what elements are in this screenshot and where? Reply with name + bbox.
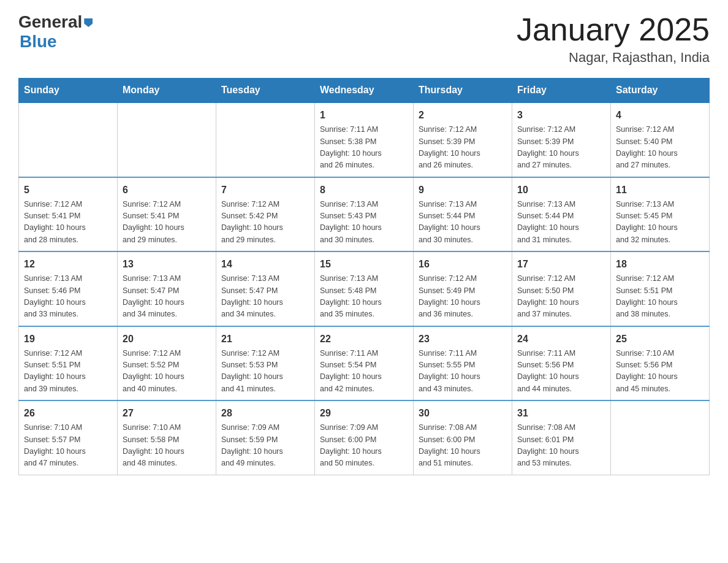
calendar-cell (216, 102, 315, 177)
day-number: 30 (419, 406, 507, 421)
calendar-cell: 26Sunrise: 7:10 AM Sunset: 5:57 PM Dayli… (19, 400, 118, 475)
calendar-cell: 9Sunrise: 7:13 AM Sunset: 5:44 PM Daylig… (414, 177, 512, 252)
calendar-table: SundayMondayTuesdayWednesdayThursdayFrid… (18, 78, 710, 475)
day-number: 18 (616, 257, 704, 272)
day-number: 12 (24, 257, 112, 272)
col-header-thursday: Thursday (414, 79, 512, 103)
day-info: Sunrise: 7:11 AM Sunset: 5:38 PM Dayligh… (320, 124, 408, 172)
calendar-week-row: 1Sunrise: 7:11 AM Sunset: 5:38 PM Daylig… (19, 102, 710, 177)
calendar-cell: 18Sunrise: 7:12 AM Sunset: 5:51 PM Dayli… (611, 251, 710, 326)
day-info: Sunrise: 7:12 AM Sunset: 5:49 PM Dayligh… (419, 273, 507, 321)
day-number: 29 (320, 406, 408, 421)
day-info: Sunrise: 7:09 AM Sunset: 6:00 PM Dayligh… (320, 422, 408, 470)
day-info: Sunrise: 7:12 AM Sunset: 5:42 PM Dayligh… (221, 199, 309, 247)
day-info: Sunrise: 7:13 AM Sunset: 5:44 PM Dayligh… (517, 199, 605, 247)
day-number: 26 (24, 406, 112, 421)
calendar-cell: 15Sunrise: 7:13 AM Sunset: 5:48 PM Dayli… (315, 251, 414, 326)
col-header-sunday: Sunday (19, 79, 118, 103)
day-number: 19 (24, 332, 112, 347)
col-header-wednesday: Wednesday (315, 79, 414, 103)
calendar-cell: 17Sunrise: 7:12 AM Sunset: 5:50 PM Dayli… (512, 251, 611, 326)
calendar-cell: 13Sunrise: 7:13 AM Sunset: 5:47 PM Dayli… (118, 251, 216, 326)
calendar-cell: 5Sunrise: 7:12 AM Sunset: 5:41 PM Daylig… (19, 177, 118, 252)
day-number: 15 (320, 257, 408, 272)
day-number: 8 (320, 183, 408, 197)
day-info: Sunrise: 7:10 AM Sunset: 5:57 PM Dayligh… (24, 422, 112, 470)
title-section: January 2025 Nagar, Rajasthan, India (517, 12, 710, 66)
day-number: 9 (419, 183, 507, 197)
day-number: 22 (320, 332, 408, 347)
day-number: 28 (221, 406, 309, 421)
day-info: Sunrise: 7:12 AM Sunset: 5:41 PM Dayligh… (123, 199, 211, 247)
calendar-week-row: 5Sunrise: 7:12 AM Sunset: 5:41 PM Daylig… (19, 177, 710, 252)
calendar-cell: 16Sunrise: 7:12 AM Sunset: 5:49 PM Dayli… (414, 251, 512, 326)
calendar-week-row: 26Sunrise: 7:10 AM Sunset: 5:57 PM Dayli… (19, 400, 710, 475)
calendar-cell: 4Sunrise: 7:12 AM Sunset: 5:40 PM Daylig… (611, 102, 710, 177)
calendar-cell: 25Sunrise: 7:10 AM Sunset: 5:56 PM Dayli… (611, 326, 710, 401)
calendar-cell: 19Sunrise: 7:12 AM Sunset: 5:51 PM Dayli… (19, 326, 118, 401)
calendar-cell: 30Sunrise: 7:08 AM Sunset: 6:00 PM Dayli… (414, 400, 512, 475)
day-info: Sunrise: 7:10 AM Sunset: 5:58 PM Dayligh… (123, 422, 211, 470)
calendar-week-row: 12Sunrise: 7:13 AM Sunset: 5:46 PM Dayli… (19, 251, 710, 326)
day-info: Sunrise: 7:13 AM Sunset: 5:47 PM Dayligh… (123, 273, 211, 321)
day-number: 5 (24, 183, 112, 197)
calendar-cell (611, 400, 710, 475)
calendar-cell: 12Sunrise: 7:13 AM Sunset: 5:46 PM Dayli… (19, 251, 118, 326)
day-info: Sunrise: 7:09 AM Sunset: 5:59 PM Dayligh… (221, 422, 309, 470)
calendar-cell: 31Sunrise: 7:08 AM Sunset: 6:01 PM Dayli… (512, 400, 611, 475)
day-number: 23 (419, 332, 507, 347)
page-header: General Blue January 2025 Nagar, Rajasth… (18, 12, 710, 66)
day-info: Sunrise: 7:12 AM Sunset: 5:53 PM Dayligh… (221, 348, 309, 396)
day-number: 25 (616, 332, 704, 347)
calendar-cell: 6Sunrise: 7:12 AM Sunset: 5:41 PM Daylig… (118, 177, 216, 252)
day-info: Sunrise: 7:11 AM Sunset: 5:54 PM Dayligh… (320, 348, 408, 396)
col-header-tuesday: Tuesday (216, 79, 315, 103)
day-info: Sunrise: 7:08 AM Sunset: 6:00 PM Dayligh… (419, 422, 507, 470)
day-info: Sunrise: 7:11 AM Sunset: 5:56 PM Dayligh… (517, 348, 605, 396)
day-info: Sunrise: 7:10 AM Sunset: 5:56 PM Dayligh… (616, 348, 704, 396)
calendar-cell: 29Sunrise: 7:09 AM Sunset: 6:00 PM Dayli… (315, 400, 414, 475)
day-info: Sunrise: 7:12 AM Sunset: 5:40 PM Dayligh… (616, 124, 704, 172)
day-number: 6 (123, 183, 211, 197)
calendar-cell: 3Sunrise: 7:12 AM Sunset: 5:39 PM Daylig… (512, 102, 611, 177)
calendar-cell: 21Sunrise: 7:12 AM Sunset: 5:53 PM Dayli… (216, 326, 315, 401)
day-info: Sunrise: 7:12 AM Sunset: 5:50 PM Dayligh… (517, 273, 605, 321)
day-number: 17 (517, 257, 605, 272)
day-number: 11 (616, 183, 704, 197)
calendar-cell: 20Sunrise: 7:12 AM Sunset: 5:52 PM Dayli… (118, 326, 216, 401)
day-info: Sunrise: 7:08 AM Sunset: 6:01 PM Dayligh… (517, 422, 605, 470)
day-info: Sunrise: 7:12 AM Sunset: 5:51 PM Dayligh… (616, 273, 704, 321)
day-info: Sunrise: 7:12 AM Sunset: 5:51 PM Dayligh… (24, 348, 112, 396)
day-number: 31 (517, 406, 605, 421)
day-number: 21 (221, 332, 309, 347)
calendar-cell: 8Sunrise: 7:13 AM Sunset: 5:43 PM Daylig… (315, 177, 414, 252)
day-number: 13 (123, 257, 211, 272)
calendar-cell (19, 102, 118, 177)
day-number: 27 (123, 406, 211, 421)
day-info: Sunrise: 7:13 AM Sunset: 5:43 PM Dayligh… (320, 199, 408, 247)
location-text: Nagar, Rajasthan, India (517, 50, 710, 66)
day-info: Sunrise: 7:13 AM Sunset: 5:44 PM Dayligh… (419, 199, 507, 247)
calendar-cell: 24Sunrise: 7:11 AM Sunset: 5:56 PM Dayli… (512, 326, 611, 401)
day-info: Sunrise: 7:11 AM Sunset: 5:55 PM Dayligh… (419, 348, 507, 396)
day-info: Sunrise: 7:13 AM Sunset: 5:47 PM Dayligh… (221, 273, 309, 321)
day-number: 24 (517, 332, 605, 347)
calendar-cell: 28Sunrise: 7:09 AM Sunset: 5:59 PM Dayli… (216, 400, 315, 475)
day-number: 20 (123, 332, 211, 347)
col-header-saturday: Saturday (611, 79, 710, 103)
day-number: 3 (517, 108, 605, 123)
logo-general-text: General (18, 12, 82, 32)
day-info: Sunrise: 7:12 AM Sunset: 5:39 PM Dayligh… (419, 124, 507, 172)
calendar-cell: 11Sunrise: 7:13 AM Sunset: 5:45 PM Dayli… (611, 177, 710, 252)
day-number: 7 (221, 183, 309, 197)
day-number: 2 (419, 108, 507, 123)
day-info: Sunrise: 7:12 AM Sunset: 5:52 PM Dayligh… (123, 348, 211, 396)
month-title: January 2025 (517, 12, 710, 47)
day-info: Sunrise: 7:13 AM Sunset: 5:48 PM Dayligh… (320, 273, 408, 321)
logo: General Blue (18, 12, 93, 52)
calendar-cell: 1Sunrise: 7:11 AM Sunset: 5:38 PM Daylig… (315, 102, 414, 177)
calendar-week-row: 19Sunrise: 7:12 AM Sunset: 5:51 PM Dayli… (19, 326, 710, 401)
calendar-cell: 27Sunrise: 7:10 AM Sunset: 5:58 PM Dayli… (118, 400, 216, 475)
calendar-cell: 7Sunrise: 7:12 AM Sunset: 5:42 PM Daylig… (216, 177, 315, 252)
logo-blue-text: Blue (20, 32, 93, 52)
